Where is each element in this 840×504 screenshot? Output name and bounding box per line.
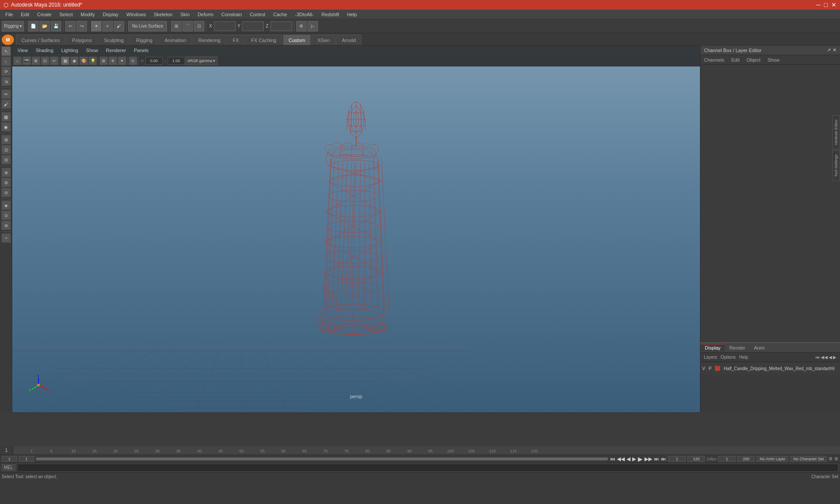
- menu-help[interactable]: Help: [343, 11, 360, 18]
- tab-animation[interactable]: Animation: [159, 35, 192, 45]
- cb-tab-edit[interactable]: Edit: [729, 56, 741, 63]
- cb-tab-show[interactable]: Show: [766, 56, 781, 63]
- left-tool-extra5[interactable]: ⊙: [1, 210, 11, 220]
- graph-editor-button[interactable]: ⊟: [1, 155, 11, 164]
- le-arrow4[interactable]: ▶: [833, 355, 836, 360]
- redo-button[interactable]: ↪: [77, 21, 87, 32]
- current-frame-input[interactable]: [668, 456, 686, 462]
- pb-prev-key[interactable]: ◀◀: [617, 456, 625, 462]
- scale-tool-button[interactable]: ⇲: [1, 77, 11, 86]
- tab-sculpting[interactable]: Sculpting: [98, 35, 130, 45]
- char-set-selector[interactable]: No Character Set: [790, 456, 827, 462]
- le-arrow3[interactable]: ◀: [829, 355, 832, 360]
- menu-deform[interactable]: Deform: [194, 11, 217, 18]
- select-button[interactable]: ✦: [91, 21, 102, 32]
- minimize-button[interactable]: ─: [816, 1, 821, 8]
- range-start-input[interactable]: [2, 456, 17, 462]
- vp-smooth-button[interactable]: ◉: [70, 56, 79, 65]
- anim-curve-button[interactable]: ⊡: [1, 145, 11, 154]
- attr-editor-tab[interactable]: Attribute Editor: [832, 116, 840, 150]
- select-tool-button[interactable]: ↖: [1, 46, 11, 56]
- render-layer-button[interactable]: ◉: [1, 122, 11, 132]
- vp-menu-shading[interactable]: Shading: [32, 47, 57, 54]
- pb-play-fwd[interactable]: ▶: [638, 455, 643, 462]
- tab-arnold[interactable]: Arnold: [336, 35, 362, 45]
- mel-label[interactable]: MEL: [2, 464, 15, 471]
- vp-camera-button[interactable]: 📷: [22, 56, 31, 65]
- tab-xgen[interactable]: XGen: [312, 35, 335, 45]
- vp-extra2[interactable]: ✛: [108, 56, 117, 65]
- lasso-button[interactable]: ⌖: [102, 21, 113, 32]
- tab-fx[interactable]: FX: [227, 35, 245, 45]
- display-layer-button[interactable]: ▦: [1, 112, 11, 122]
- le-tab-display[interactable]: Display: [700, 344, 725, 351]
- channel-box-close[interactable]: ✕: [833, 47, 836, 53]
- mode-dropdown[interactable]: Rigging▾: [2, 21, 24, 32]
- left-tool-extra3[interactable]: ⊝: [1, 188, 11, 197]
- timeline-numbers[interactable]: 1 5 10 15 20 25 30 35 40 45 50 55 60 65 …: [26, 446, 840, 455]
- vp-light-button[interactable]: 💡: [88, 56, 97, 65]
- le-options-btn[interactable]: Options: [721, 355, 735, 360]
- vp-isolate-button[interactable]: ⊙: [129, 56, 137, 65]
- sculpt-tool-button[interactable]: ✏: [1, 89, 11, 99]
- menu-file[interactable]: File: [2, 11, 17, 18]
- maximize-button[interactable]: □: [824, 1, 828, 8]
- paint-button[interactable]: 🖌: [114, 21, 124, 32]
- le-tab-render[interactable]: Render: [725, 344, 749, 351]
- render-settings-button[interactable]: ⚙: [296, 21, 307, 32]
- pb-next-key[interactable]: ⏭: [654, 456, 659, 462]
- vp-menu-show[interactable]: Show: [83, 47, 102, 54]
- gamma-dropdown[interactable]: sRGB gamma ▾: [186, 56, 218, 65]
- snap-curve-button[interactable]: ⌒: [182, 21, 193, 32]
- save-file-button[interactable]: 💾: [51, 21, 61, 32]
- le-help[interactable]: Help: [739, 355, 748, 360]
- menu-create[interactable]: Create: [34, 11, 55, 18]
- le-arrow2[interactable]: ◀◀: [821, 355, 828, 360]
- rotate-tool-button[interactable]: ⟳: [1, 66, 11, 76]
- menu-redshift[interactable]: Redshift: [318, 11, 343, 18]
- y-input[interactable]: [242, 21, 264, 31]
- anim-end-input[interactable]: [737, 456, 755, 462]
- pb-play-back[interactable]: ▶: [632, 456, 636, 462]
- menu-control[interactable]: Control: [246, 11, 269, 18]
- left-tool-extra4[interactable]: ◈: [1, 200, 11, 210]
- menu-edit[interactable]: Edit: [18, 11, 33, 18]
- vp-value1-input[interactable]: [145, 57, 163, 65]
- pb-skip-start[interactable]: ⏮: [610, 456, 615, 462]
- menu-display[interactable]: Display: [99, 11, 122, 18]
- tab-fx-caching[interactable]: FX Caching: [245, 35, 282, 45]
- layer-color-swatch[interactable]: [715, 366, 720, 371]
- no-live-surface-button[interactable]: No Live Surface: [128, 21, 167, 32]
- render-button[interactable]: ▷: [308, 21, 318, 32]
- anim-layer-selector[interactable]: No Anim Layer: [756, 456, 788, 462]
- close-button[interactable]: ✕: [831, 1, 836, 8]
- vp-extra1[interactable]: ⊞: [99, 56, 108, 65]
- char-set-icon[interactable]: ⚙: [829, 456, 833, 461]
- vp-wireframe-button[interactable]: ▦: [61, 56, 70, 65]
- left-tool-extra2[interactable]: ⊜: [1, 178, 11, 187]
- move-tool-button[interactable]: ↕: [1, 56, 11, 66]
- anim-prefs-icon[interactable]: ⚙: [834, 456, 838, 461]
- pb-next-frame[interactable]: ▶▶: [644, 456, 652, 462]
- layer-v[interactable]: V: [702, 366, 705, 371]
- pb-prev-frame[interactable]: ◀: [626, 456, 630, 462]
- attr-spread-button[interactable]: ⊞: [1, 135, 11, 144]
- paint-skin-button[interactable]: 🖌: [1, 99, 11, 109]
- vp-texture-button[interactable]: 🎨: [79, 56, 88, 65]
- menu-constrain[interactable]: Constrain: [218, 11, 245, 18]
- mel-input[interactable]: [17, 464, 838, 472]
- vp-frame-all-button[interactable]: ⊞: [32, 56, 40, 65]
- menu-3dtoall[interactable]: -3DtoAll-: [291, 11, 317, 18]
- cb-tab-object[interactable]: Object: [745, 56, 762, 63]
- le-arrow1[interactable]: ⏮: [816, 355, 820, 360]
- snap-point-button[interactable]: ⊡: [194, 21, 204, 32]
- vp-extra3[interactable]: ✦: [118, 56, 126, 65]
- open-file-button[interactable]: 📂: [39, 21, 50, 32]
- menu-modify[interactable]: Modify: [77, 11, 98, 18]
- tab-custom[interactable]: Custom: [283, 35, 311, 45]
- anim-start-input[interactable]: [718, 456, 735, 462]
- vp-menu-panels[interactable]: Panels: [130, 47, 152, 54]
- left-tool-extra1[interactable]: ⊛: [1, 168, 11, 177]
- le-layers[interactable]: Layers: [704, 355, 717, 360]
- vp-menu-renderer[interactable]: Renderer: [102, 47, 130, 54]
